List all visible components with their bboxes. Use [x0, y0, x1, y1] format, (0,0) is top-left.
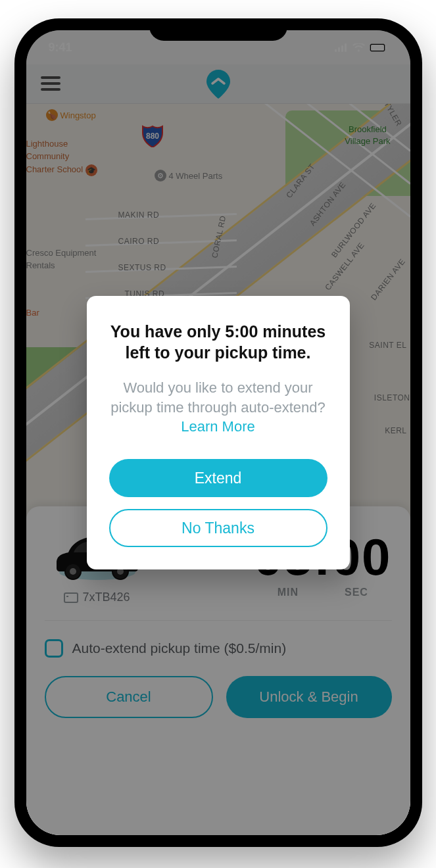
modal-overlay[interactable]: You have only 5:00 minutes left to your …: [26, 30, 410, 835]
modal-body: Would you like to extend your pickup tim…: [109, 378, 327, 437]
phone-frame: 9:41: [14, 18, 422, 847]
extend-modal: You have only 5:00 minutes left to your …: [87, 296, 350, 569]
extend-button[interactable]: Extend: [109, 459, 327, 497]
no-thanks-button[interactable]: No Thanks: [109, 509, 327, 547]
screen: 9:41: [26, 30, 410, 835]
modal-title: You have only 5:00 minutes left to your …: [109, 321, 327, 364]
learn-more-link[interactable]: Learn More: [181, 418, 255, 435]
